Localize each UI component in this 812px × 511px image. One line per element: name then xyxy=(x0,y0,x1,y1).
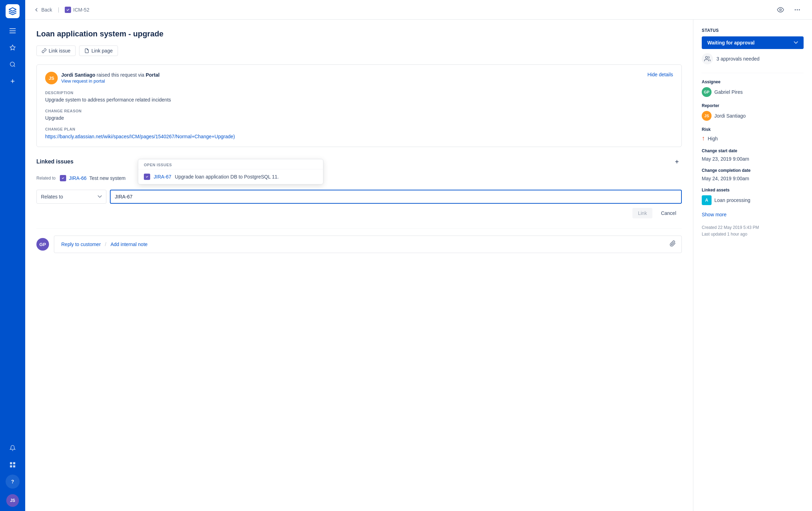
hide-details-btn[interactable]: Hide details xyxy=(648,72,673,77)
svg-rect-8 xyxy=(10,462,12,464)
approvals-row: 3 approvals needed xyxy=(702,53,804,64)
assignee-value: GP Gabriel Pires xyxy=(702,87,804,97)
create-icon[interactable] xyxy=(6,74,20,88)
requester-info: JS Jordi Santiago raised this request vi… xyxy=(45,72,160,84)
link-form-row: Relates to Blocks Is blocked by Duplicat… xyxy=(36,190,682,204)
linked-assets-label: Linked assets xyxy=(702,188,804,192)
action-buttons: Link issue Link page xyxy=(36,46,682,56)
open-issues-header: OPEN ISSUES xyxy=(138,159,323,169)
divider xyxy=(702,73,804,73)
description-label: DESCRIPTION xyxy=(45,91,673,95)
topbar: Back | ICM-52 xyxy=(25,0,812,20)
status-label: Status xyxy=(702,28,804,33)
linked-assets-field: Linked assets A Loan processing xyxy=(702,188,804,205)
relates-to-select[interactable]: Relates to Blocks Is blocked by Duplicat… xyxy=(36,190,106,204)
svg-point-14 xyxy=(795,9,796,10)
change-completion-field: Change completion date May 24, 2019 9:00… xyxy=(702,168,804,181)
right-panel: Status Waiting for approval xyxy=(693,20,812,511)
star-icon[interactable] xyxy=(6,41,20,55)
svg-rect-10 xyxy=(10,465,12,468)
change-plan-link[interactable]: https://bancly.atlassian.net/wiki/spaces… xyxy=(45,134,235,139)
reply-avatar: GP xyxy=(36,238,49,251)
reply-to-customer-btn[interactable]: Reply to customer xyxy=(60,240,102,248)
grid-icon[interactable] xyxy=(6,458,20,472)
link-page-btn[interactable]: Link page xyxy=(79,46,118,56)
add-linked-issue-btn[interactable] xyxy=(672,157,682,167)
reply-separator: / xyxy=(105,241,106,247)
jira-66-key[interactable]: JIRA-66 xyxy=(69,175,87,181)
svg-rect-2 xyxy=(9,33,16,33)
linked-asset-icon: A xyxy=(702,195,712,205)
risk-field: Risk ↑ High xyxy=(702,127,804,142)
linked-issue-row: Related to JIRA-66 Test new system xyxy=(36,172,682,184)
page-title: Loan application system - upgrade xyxy=(36,29,682,38)
link-form-actions: Link Cancel xyxy=(36,208,682,218)
reply-section: GP Reply to customer / Add internal note xyxy=(36,228,682,253)
reporter-value: JS Jordi Santiago xyxy=(702,111,804,121)
status-button[interactable]: Waiting for approval xyxy=(702,36,804,49)
link-search-input[interactable] xyxy=(110,190,682,204)
linked-issues-title: Linked issues xyxy=(36,159,74,165)
svg-point-16 xyxy=(799,9,800,10)
link-cancel-btn[interactable]: Cancel xyxy=(655,208,682,218)
reporter-label: Reporter xyxy=(702,103,804,108)
user-avatar[interactable]: JS xyxy=(6,494,19,507)
svg-rect-0 xyxy=(9,28,16,29)
svg-point-13 xyxy=(780,9,782,10)
sidebar: ? JS xyxy=(0,0,25,511)
help-icon[interactable]: ? xyxy=(6,475,20,489)
description-value: Upgrade system to address performance re… xyxy=(45,97,673,103)
status-section: Status Waiting for approval xyxy=(702,28,804,64)
link-form: OPEN ISSUES JIRA-67 Upgrade loan applica… xyxy=(36,190,682,218)
linked-assets-value: A Loan processing xyxy=(702,195,804,205)
requester-avatar: JS xyxy=(45,72,58,84)
link-submit-btn[interactable]: Link xyxy=(632,208,653,218)
left-panel: Loan application system - upgrade Link i… xyxy=(25,20,693,511)
approvals-icon xyxy=(702,53,713,64)
open-issues-dropdown: OPEN ISSUES JIRA-67 Upgrade loan applica… xyxy=(138,159,323,184)
show-more-btn[interactable]: Show more xyxy=(702,212,727,217)
change-start-value: May 23, 2019 9:00am xyxy=(702,156,804,162)
assignee-field: Assignee GP Gabriel Pires xyxy=(702,79,804,97)
issue-type-badge xyxy=(65,7,71,13)
linked-issues-section: Linked issues Related to xyxy=(36,157,682,218)
search-icon[interactable] xyxy=(6,57,20,71)
link-issue-btn[interactable]: Link issue xyxy=(36,46,76,56)
risk-value: ↑ High xyxy=(702,135,804,142)
change-start-label: Change start date xyxy=(702,148,804,153)
change-reason-label: CHANGE REASON xyxy=(45,109,673,113)
attachment-btn[interactable] xyxy=(670,240,676,248)
change-reason-value: Upgrade xyxy=(45,115,673,121)
jira-66-summary: Test new system xyxy=(89,175,125,181)
back-button[interactable]: Back xyxy=(34,7,52,13)
issue-breadcrumb[interactable]: ICM-52 xyxy=(65,7,89,13)
reply-input-area[interactable]: Reply to customer / Add internal note xyxy=(54,236,682,253)
add-internal-note-btn[interactable]: Add internal note xyxy=(109,240,149,248)
chevron-down-icon xyxy=(794,41,798,45)
reply-actions: Reply to customer / Add internal note xyxy=(60,240,149,248)
assignee-avatar: GP xyxy=(702,87,712,97)
reporter-field: Reporter JS Jordi Santiago xyxy=(702,103,804,121)
jira-badge-66 xyxy=(60,175,66,181)
watch-button[interactable] xyxy=(774,4,787,16)
requester-text: Jordi Santiago raised this request via P… xyxy=(61,72,160,78)
open-issue-67-summary: Upgrade loan application DB to PostgreSQ… xyxy=(175,174,279,180)
view-request-portal-link[interactable]: View request in portal xyxy=(61,78,105,84)
open-issue-item-67[interactable]: JIRA-67 Upgrade loan application DB to P… xyxy=(138,169,323,184)
app-logo[interactable] xyxy=(6,4,20,18)
timestamps: Created 22 May 2019 5:43 PM Last updated… xyxy=(702,224,804,238)
risk-label: Risk xyxy=(702,127,804,132)
reporter-avatar: JS xyxy=(702,111,712,121)
more-options-button[interactable] xyxy=(791,4,804,16)
open-issue-67-key: JIRA-67 xyxy=(154,174,172,180)
notification-icon[interactable] xyxy=(6,441,20,455)
svg-rect-9 xyxy=(13,462,15,464)
related-to-type-label: Related to xyxy=(36,176,56,181)
svg-marker-3 xyxy=(10,45,15,50)
approvals-text: 3 approvals needed xyxy=(716,56,760,62)
svg-line-5 xyxy=(14,65,15,66)
svg-rect-11 xyxy=(13,465,15,468)
hamburger-icon[interactable] xyxy=(6,24,20,38)
assignee-label: Assignee xyxy=(702,79,804,84)
breadcrumb-separator: | xyxy=(58,7,59,13)
